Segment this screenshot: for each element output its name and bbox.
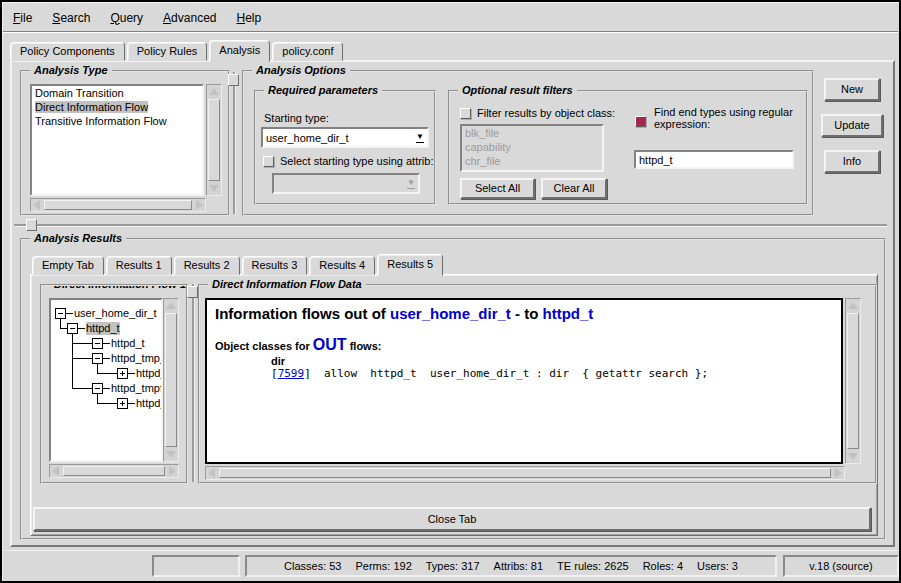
stat-attribs: Attribs: 81 bbox=[494, 560, 544, 572]
analysis-type-group: Analysis Type Domain Transition Direct I… bbox=[20, 70, 230, 216]
close-tab-button[interactable]: Close Tab bbox=[33, 507, 871, 531]
tree-collapse-icon[interactable] bbox=[92, 383, 103, 394]
regex-input[interactable] bbox=[634, 150, 794, 169]
flow-headline: Information flows out of user_home_dir_t… bbox=[215, 305, 833, 322]
data-hscrollbar[interactable] bbox=[205, 466, 845, 480]
clear-all-button[interactable]: Clear All bbox=[541, 178, 607, 199]
tree-hscrollbar[interactable] bbox=[49, 464, 179, 478]
tree-node[interactable]: httpd_t bbox=[136, 367, 163, 380]
select-all-button[interactable]: Select All bbox=[460, 178, 535, 199]
tree-node[interactable]: user_home_dir_t bbox=[74, 307, 157, 320]
starting-type-combobox[interactable]: user_home_dir_t ▼ bbox=[261, 127, 429, 148]
attrib-checkbox-label[interactable]: Select starting type using attrib: bbox=[280, 155, 433, 167]
list-item-disabled: capability bbox=[462, 140, 602, 154]
policy-version: v.18 (source) bbox=[809, 560, 872, 572]
scroll-left-icon[interactable] bbox=[52, 466, 59, 476]
menu-query[interactable]: Query bbox=[100, 7, 153, 29]
analysis-type-vscrollbar[interactable] bbox=[206, 84, 222, 196]
tab-empty[interactable]: Empty Tab bbox=[32, 256, 104, 275]
tab-policy-rules[interactable]: Policy Rules bbox=[127, 42, 208, 61]
tree-data-sash[interactable] bbox=[192, 284, 194, 482]
scroll-right-icon[interactable] bbox=[169, 466, 176, 476]
scroll-up-icon[interactable] bbox=[166, 302, 176, 309]
scroll-thumb[interactable] bbox=[219, 468, 831, 478]
tree-node[interactable]: httpd_t bbox=[136, 397, 163, 410]
tab-results-5[interactable]: Results 5 bbox=[377, 254, 443, 276]
status-version-panel: v.18 (source) bbox=[783, 555, 899, 577]
object-class-label: dir bbox=[271, 355, 833, 367]
info-button[interactable]: Info bbox=[824, 150, 880, 173]
analysis-type-listbox[interactable]: Domain Transition Direct Information Flo… bbox=[30, 84, 204, 196]
menu-search[interactable]: Search bbox=[42, 7, 100, 29]
results-tab-bar: Empty Tab Results 1 Results 2 Results 3 … bbox=[32, 254, 445, 275]
tree-collapse-icon[interactable] bbox=[67, 323, 78, 334]
tab-results-4[interactable]: Results 4 bbox=[309, 256, 375, 275]
flow-tree-canvas[interactable]: user_home_dir_t httpd_t httpd_t httpd_tm… bbox=[49, 298, 163, 462]
scroll-thumb[interactable] bbox=[847, 313, 859, 449]
tab-policy-conf[interactable]: policy.conf bbox=[272, 42, 343, 61]
optional-filters-title: Optional result filters bbox=[458, 84, 577, 96]
rule-number-link[interactable]: 7599 bbox=[278, 367, 305, 380]
filter-object-class-label[interactable]: Filter results by object class: bbox=[477, 107, 615, 119]
tab-results-3[interactable]: Results 3 bbox=[242, 256, 308, 275]
data-vscrollbar[interactable] bbox=[845, 298, 861, 464]
results-sash[interactable] bbox=[14, 224, 887, 226]
scroll-left-icon[interactable] bbox=[208, 468, 215, 478]
regex-checkbox[interactable] bbox=[635, 116, 646, 127]
list-item-selected[interactable]: Direct Information Flow bbox=[32, 100, 202, 114]
te-rule-line: [7599] allow httpd_t user_home_dir_t : d… bbox=[271, 367, 833, 380]
scroll-left-icon[interactable] bbox=[33, 200, 40, 210]
tree-collapse-icon[interactable] bbox=[55, 308, 66, 319]
analysis-results-title: Analysis Results bbox=[30, 232, 126, 244]
tree-expand-icon[interactable] bbox=[117, 398, 128, 409]
analysis-type-hscrollbar[interactable] bbox=[30, 198, 206, 212]
scroll-right-icon[interactable] bbox=[196, 200, 203, 210]
tab-results-2[interactable]: Results 2 bbox=[174, 256, 240, 275]
scroll-down-icon[interactable] bbox=[166, 451, 176, 458]
flow-data-group: Direct Information Flow Data Information… bbox=[198, 284, 877, 484]
tree-node-selected[interactable]: httpd_t bbox=[86, 322, 120, 335]
options-sash[interactable] bbox=[233, 72, 235, 214]
tree-collapse-icon[interactable] bbox=[92, 353, 103, 364]
regex-checkbox-label[interactable]: Find end types using regular expression: bbox=[654, 106, 798, 130]
analysis-options-group: Analysis Options Required parameters Sta… bbox=[242, 70, 814, 216]
tree-data-sash-handle[interactable] bbox=[187, 286, 198, 298]
scroll-up-icon[interactable] bbox=[848, 302, 858, 309]
tree-node[interactable]: httpd_tmpfs_t bbox=[111, 382, 163, 395]
tab-results-1[interactable]: Results 1 bbox=[106, 256, 172, 275]
stat-types: Types: 317 bbox=[426, 560, 480, 572]
tree-node[interactable]: httpd_t bbox=[111, 337, 145, 350]
scroll-thumb[interactable] bbox=[208, 99, 220, 181]
status-empty-panel bbox=[152, 555, 240, 577]
list-item-disabled: blk_file bbox=[462, 126, 602, 140]
scroll-thumb[interactable] bbox=[63, 466, 165, 476]
results-sash-handle[interactable] bbox=[26, 219, 37, 231]
scroll-up-icon[interactable] bbox=[209, 88, 219, 95]
tree-collapse-icon[interactable] bbox=[92, 338, 103, 349]
menu-help[interactable]: Help bbox=[226, 7, 271, 29]
list-item[interactable]: Domain Transition bbox=[32, 86, 202, 100]
tab-analysis[interactable]: Analysis bbox=[209, 40, 270, 62]
filter-object-class-checkbox[interactable] bbox=[460, 108, 471, 119]
new-button[interactable]: New bbox=[824, 78, 880, 101]
tree-expand-icon[interactable] bbox=[117, 368, 128, 379]
scroll-right-icon[interactable] bbox=[835, 468, 842, 478]
stat-roles: Roles: 4 bbox=[643, 560, 683, 572]
menu-file[interactable]: File bbox=[3, 7, 42, 29]
flow-data-text[interactable]: Information flows out of user_home_dir_t… bbox=[205, 298, 843, 464]
scroll-down-icon[interactable] bbox=[848, 453, 858, 460]
attrib-checkbox[interactable] bbox=[263, 156, 274, 167]
tree-vscrollbar[interactable] bbox=[163, 298, 179, 462]
options-sash-handle[interactable] bbox=[228, 74, 239, 86]
starting-type-label: Starting type: bbox=[264, 112, 329, 124]
list-item[interactable]: Transitive Information Flow bbox=[32, 114, 202, 128]
tab-policy-components[interactable]: Policy Components bbox=[10, 42, 125, 61]
tree-node[interactable]: httpd_tmp_t bbox=[111, 352, 163, 365]
chevron-down-icon[interactable]: ▼ bbox=[413, 132, 427, 143]
starting-type-value: user_home_dir_t bbox=[263, 132, 413, 144]
scroll-down-icon[interactable] bbox=[209, 185, 219, 192]
scroll-thumb[interactable] bbox=[165, 313, 177, 447]
menu-advanced[interactable]: Advanced bbox=[153, 7, 226, 29]
update-button[interactable]: Update bbox=[821, 114, 883, 137]
scroll-thumb[interactable] bbox=[44, 200, 192, 210]
